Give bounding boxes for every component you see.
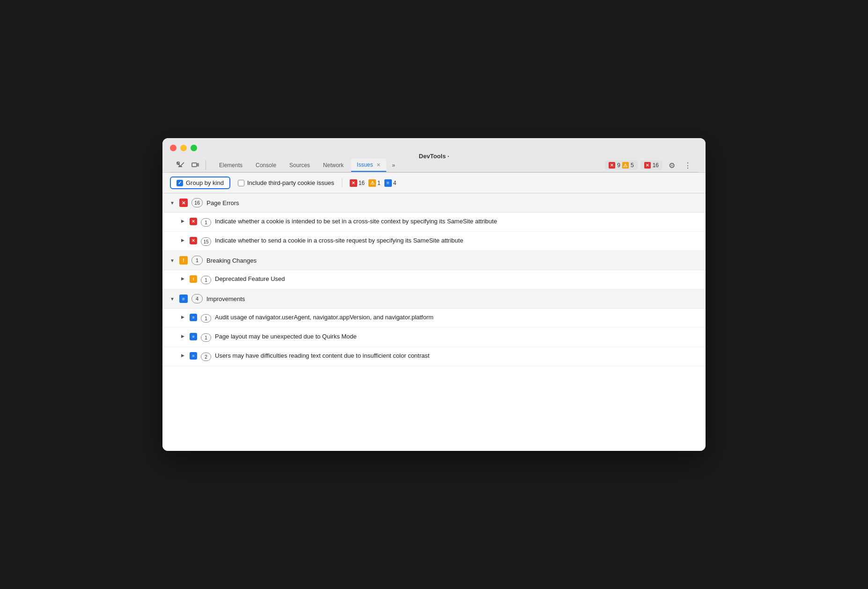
- toolbar-info-count: 4: [393, 180, 397, 186]
- svg-rect-1: [192, 163, 197, 167]
- section-header-improvements[interactable]: ▼ ≡ 4 Improvements: [162, 289, 706, 309]
- toolbar-right: ✕ 16 ⚠ 1 ≡ 4: [350, 179, 397, 187]
- toolbar-warning-count: 1: [377, 180, 381, 186]
- issue-text-0-1: Indicate whether to send a cookie in a c…: [215, 236, 463, 245]
- group-by-kind-checkbox[interactable]: [177, 180, 183, 186]
- section-icon-breaking-changes: !: [179, 256, 188, 265]
- issues-tab-close[interactable]: ✕: [376, 162, 381, 168]
- issue-expand-icon-2-0: ▶: [181, 315, 186, 319]
- error-badge-icon: ✕: [609, 162, 615, 169]
- warning-badge-icon: ⚠: [622, 162, 629, 169]
- section-icon-page-errors: ✕: [179, 199, 188, 207]
- toolbar-info-icon: ≡: [384, 179, 392, 187]
- total-badge-count: 16: [653, 162, 659, 169]
- issue-count-badge-1-0: 1: [201, 276, 211, 284]
- tab-more-button[interactable]: »: [388, 160, 399, 170]
- traffic-lights: [170, 145, 698, 151]
- issue-row-improvements-2[interactable]: ▶ ≡ 2 Users may have difficulties readin…: [162, 347, 706, 366]
- toolbar-divider: [342, 178, 342, 188]
- tab-console[interactable]: Console: [250, 159, 282, 171]
- tab-divider: [206, 161, 206, 170]
- issue-count-badge-2-0: 1: [201, 314, 211, 323]
- section-title-breaking-changes: Breaking Changes: [206, 257, 257, 264]
- section-title-improvements: Improvements: [206, 295, 245, 302]
- issue-count-badge-0-0: 1: [201, 218, 211, 227]
- section-title-page-errors: Page Errors: [206, 199, 239, 206]
- issue-row-breaking-changes-0[interactable]: ▶ ! 1 Deprecated Feature Used: [162, 270, 706, 289]
- devtools-window: DevTools · Elem: [162, 138, 706, 451]
- section-header-breaking-changes[interactable]: ▼ ! 1 Breaking Changes: [162, 251, 706, 270]
- title-bar: DevTools · Elem: [162, 138, 706, 173]
- error-warning-badge: ✕ 9 ⚠ 5: [605, 161, 637, 170]
- settings-button[interactable]: ⚙: [665, 159, 678, 172]
- issue-count-badge-0-1: 15: [201, 237, 211, 246]
- third-party-control[interactable]: Include third-party cookie issues: [238, 179, 334, 186]
- maximize-button[interactable]: [191, 145, 197, 151]
- tab-issues[interactable]: Issues ✕: [351, 159, 386, 172]
- section-chevron-improvements: ▼: [170, 296, 176, 302]
- issue-type-icon-2-2: ≡: [190, 352, 197, 360]
- issue-type-icon-0-1: ✕: [190, 237, 197, 244]
- toolbar-info-badge: ≡ 4: [384, 179, 397, 187]
- issue-count-badge-2-1: 1: [201, 333, 211, 342]
- section-count-page-errors: 16: [191, 198, 203, 207]
- window-title: DevTools ·: [419, 153, 449, 160]
- toolbar-error-badge: ✕ 16: [350, 179, 365, 187]
- issue-count-badge-2-2: 2: [201, 353, 211, 361]
- device-icon[interactable]: [189, 159, 202, 172]
- toolbar-warning-icon: ⚠: [368, 179, 376, 187]
- issue-expand-icon-0-0: ▶: [181, 219, 186, 223]
- issue-type-icon-2-1: ≡: [190, 333, 197, 340]
- toolbar-warning-badge: ⚠ 1: [368, 179, 381, 187]
- issue-row-page-errors-1[interactable]: ▶ ✕ 15 Indicate whether to send a cookie…: [162, 232, 706, 251]
- issue-text-2-2: Users may have difficulties reading text…: [215, 352, 429, 360]
- tab-sources[interactable]: Sources: [284, 159, 316, 171]
- group-by-kind-label: Group by kind: [186, 179, 224, 186]
- tab-right-controls: ✕ 9 ⚠ 5 ✕ 16 ⚙ ⋮: [605, 159, 694, 172]
- total-badge-icon: ✕: [644, 162, 651, 169]
- inspect-icon[interactable]: [174, 159, 187, 172]
- issues-content: ▼ ✕ 16 Page Errors ▶ ✕ 1 Indicate whethe…: [162, 193, 706, 451]
- issue-text-2-1: Page layout may be unexpected due to Qui…: [215, 332, 357, 341]
- issue-expand-icon-2-1: ▶: [181, 334, 186, 339]
- group-by-kind-control[interactable]: Group by kind: [170, 177, 230, 189]
- section-header-page-errors[interactable]: ▼ ✕ 16 Page Errors: [162, 193, 706, 213]
- issue-text-0-0: Indicate whether a cookie is intended to…: [215, 217, 497, 226]
- issue-expand-icon-0-1: ▶: [181, 238, 186, 243]
- section-count-improvements: 4: [191, 294, 203, 303]
- tab-icons: [174, 159, 208, 172]
- section-count-breaking-changes: 1: [191, 256, 203, 265]
- issue-type-icon-2-0: ≡: [190, 314, 197, 321]
- third-party-label: Include third-party cookie issues: [247, 179, 334, 186]
- toolbar-error-icon: ✕: [350, 179, 357, 187]
- error-badge-count: 9: [617, 162, 620, 169]
- warning-badge-count: 5: [631, 162, 634, 169]
- close-button[interactable]: [170, 145, 177, 151]
- issue-row-improvements-0[interactable]: ▶ ≡ 1 Audit usage of navigator.userAgent…: [162, 309, 706, 328]
- toolbar: Group by kind Include third-party cookie…: [162, 173, 706, 193]
- issue-row-improvements-1[interactable]: ▶ ≡ 1 Page layout may be unexpected due …: [162, 328, 706, 347]
- tab-elements[interactable]: Elements: [213, 159, 248, 171]
- svg-rect-2: [198, 163, 199, 166]
- third-party-checkbox[interactable]: [238, 180, 244, 186]
- tab-network[interactable]: Network: [317, 159, 349, 171]
- issue-expand-icon-1-0: ▶: [181, 276, 186, 281]
- more-options-button[interactable]: ⋮: [681, 159, 694, 172]
- issue-type-icon-0-0: ✕: [190, 218, 197, 225]
- toolbar-error-count: 16: [359, 180, 365, 186]
- issue-type-icon-1-0: !: [190, 275, 197, 283]
- issue-text-1-0: Deprecated Feature Used: [215, 275, 285, 283]
- minimize-button[interactable]: [180, 145, 187, 151]
- issue-expand-icon-2-2: ▶: [181, 353, 186, 358]
- issue-row-page-errors-0[interactable]: ▶ ✕ 1 Indicate whether a cookie is inten…: [162, 213, 706, 232]
- total-badge: ✕ 16: [640, 161, 662, 170]
- section-icon-improvements: ≡: [179, 294, 188, 303]
- issue-text-2-0: Audit usage of navigator.userAgent, navi…: [215, 313, 434, 322]
- section-chevron-breaking-changes: ▼: [170, 258, 176, 263]
- section-chevron-page-errors: ▼: [170, 200, 176, 206]
